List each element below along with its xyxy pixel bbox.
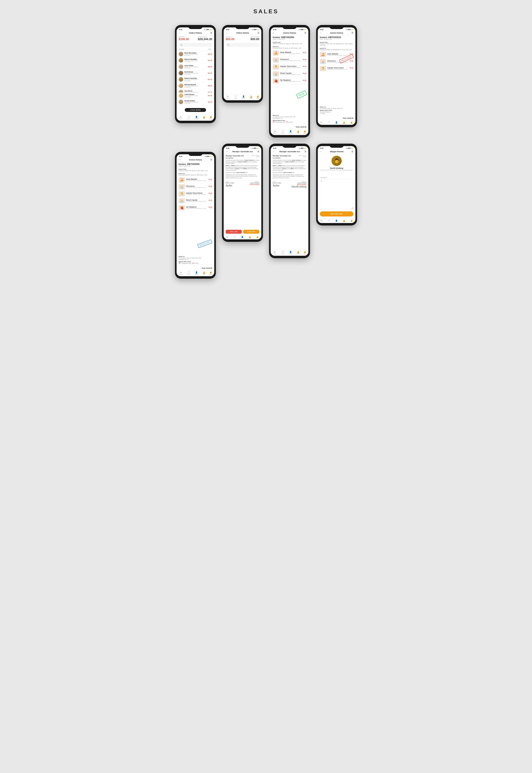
nav-notifications[interactable]: 🔔Notifs [297, 130, 299, 134]
add-review-button[interactable]: ADD REVIEW [320, 211, 353, 216]
confirm-button[interactable]: CONFIRM [243, 230, 259, 234]
star-5[interactable]: ☆ [341, 172, 343, 175]
nav-account[interactable]: 👤 [241, 236, 243, 238]
nav-invoice[interactable]: 📄 [233, 236, 236, 238]
nav-invoice[interactable]: 📄Invoice [234, 95, 237, 99]
search-bar[interactable]: 🔍 [179, 43, 212, 47]
to-label: Invoice To: [273, 46, 306, 47]
col-date: Date ↓ [208, 48, 212, 50]
menu-icon[interactable]: ☰ [210, 32, 212, 34]
nav-notifications[interactable]: 🔔 [343, 121, 345, 124]
menu-icon[interactable]: ☰ [352, 32, 353, 34]
food-image: 🍓 [179, 205, 185, 210]
order-item[interactable]: Roberto Gandolini Refund No 24RTU3G023 2… [177, 76, 214, 83]
back-button[interactable]: ← [320, 150, 322, 153]
nav-sales[interactable]: 💰 [350, 121, 353, 124]
nav-notifications[interactable]: 🔔Notifs [297, 251, 299, 255]
nav-products[interactable]: 🛍 [226, 236, 228, 238]
nav-invoice[interactable]: 📄Invoice [281, 251, 284, 255]
phone-notch [188, 152, 203, 156]
to-label: Invoice To: [179, 173, 212, 174]
nav-notifications[interactable]: 🔔 [249, 236, 251, 238]
nav-account[interactable]: 👤 [335, 220, 338, 222]
back-button[interactable]: ← [179, 159, 181, 161]
menu-icon[interactable]: ☰ [304, 32, 306, 34]
back-button[interactable]: ← [226, 32, 228, 34]
food-image: 🍮 [273, 64, 279, 70]
nav-account[interactable]: 👤Account [289, 251, 292, 255]
from-address: "Barbaras' Flower Store" 43, Maplethorpe… [320, 43, 353, 46]
comments-input[interactable]: I [320, 179, 353, 209]
phone-frame: 9:41 ▪▪▪ WiFi 🔋 ← Receipt / Surrender Ac… [222, 144, 263, 242]
nav-invoice[interactable]: 📄 [328, 121, 330, 124]
decline-button[interactable]: DECLINE [226, 230, 242, 234]
nav-products[interactable]: 🛍Products [273, 251, 277, 255]
nav-account[interactable]: 👤Account [195, 271, 198, 275]
order-item[interactable]: George Eristavi Invoice No 24RTU3G023 22… [177, 99, 214, 105]
food-image: 🍰 [179, 177, 185, 183]
nav-products[interactable]: 🛍Products [179, 116, 183, 119]
nav-sales[interactable]: 💰 [256, 236, 259, 238]
receipt-body-3: Pelentesque rutrum nibh vel neque facili… [226, 174, 259, 179]
bottom-nav: 🛍 📄 👤 🔔 💰 [318, 219, 355, 223]
nav-invoice[interactable]: 📄Invoice [187, 116, 190, 119]
star-rating[interactable]: ☆ ☆ ☆ ☆ ☆ [331, 172, 343, 175]
star-4[interactable]: ☆ [338, 172, 340, 175]
food-image: 🍮 [320, 66, 326, 71]
star-2[interactable]: ☆ [333, 172, 335, 175]
menu-icon[interactable]: ☰ [257, 150, 259, 153]
nav-products[interactable]: 🛍Products [273, 130, 277, 134]
nav-invoice[interactable]: 📄Invoice [187, 271, 190, 275]
search-bar[interactable]: 🔍 [226, 43, 259, 47]
nav-products[interactable]: 🛍Products [179, 271, 183, 275]
order-item[interactable]: Lolita Piachoti Invoice No 24RTU3G023 22… [177, 92, 214, 99]
nav-notifications[interactable]: 🔔 [343, 220, 345, 222]
back-button[interactable]: ← [320, 32, 322, 34]
order-item[interactable]: Laura Cliford Invoice No 30WT43G064 22.0… [177, 64, 214, 70]
nav-notifications[interactable]: 🔔Notifs [203, 271, 205, 275]
menu-icon[interactable]: ☰ [210, 159, 212, 161]
order-item[interactable]: Nika Baratashvili Invoice No 30WT43G064 … [177, 83, 214, 89]
nav-sales[interactable]: 💰Sales [304, 130, 306, 134]
balance-section: BALANCE $00.00 TOTAL EARNED $00.00 [224, 35, 261, 42]
nav-notifications[interactable]: 🔔Notifs [250, 95, 252, 99]
avatar [179, 77, 183, 82]
back-button[interactable]: ← [226, 150, 228, 153]
order-item[interactable]: Bruno Bernshtein Invoice No 30WT43G054 2… [177, 51, 214, 57]
nav-sales[interactable]: 💰 [350, 220, 353, 222]
menu-icon[interactable]: ☰ [352, 150, 353, 153]
order-item[interactable]: David Brown Invoice No 30WT43G023 22.04.… [177, 70, 214, 76]
nav-account[interactable]: 👤Account [289, 130, 292, 134]
back-button[interactable]: ← [179, 32, 181, 34]
screen-title: Shipper Review [330, 151, 344, 153]
back-button[interactable]: ← [273, 32, 275, 34]
nav-products[interactable]: 🛍 [320, 121, 322, 124]
nav-sales[interactable]: 💰Sales [257, 95, 259, 99]
load-more-button[interactable]: LOAD MORE [185, 108, 206, 112]
nav-account[interactable]: 👤Account [195, 116, 198, 119]
star-3[interactable]: ☆ [336, 172, 338, 175]
nav-invoice[interactable]: 📄Invoice [281, 130, 284, 134]
nav-products[interactable]: 🛍 [320, 220, 322, 222]
avatar [179, 71, 183, 75]
nav-sales[interactable]: 💰Sales [304, 251, 306, 255]
shipper-review-link[interactable]: Shipper's Review [292, 184, 306, 185]
order-item[interactable]: Roberto Gandolini Invoice No 30WT43G023 … [177, 57, 214, 64]
nav-sales[interactable]: 💰Sales [210, 116, 212, 119]
nav-account[interactable]: 👤Account [242, 95, 245, 99]
food-items-list: 🍰 Cache 'Marbella' Cras blandit consequa… [271, 50, 308, 114]
order-item[interactable]: Sara Berner Invoice No 30WT43G023 22.04.… [177, 89, 214, 92]
nav-notifications[interactable]: 🔔Notifs [203, 116, 205, 119]
menu-icon[interactable]: ☰ [257, 32, 259, 34]
back-button[interactable]: ← [273, 150, 275, 153]
star-1[interactable]: ☆ [331, 172, 333, 175]
shipper-review-link[interactable]: Shipper's Review [250, 184, 259, 185]
nav-invoice[interactable]: 📄 [328, 220, 330, 222]
balance-amount: $150.30 [179, 37, 189, 41]
menu-icon[interactable]: ☰ [304, 150, 306, 153]
invoice-to: Invoice To: Bruno Bernshtein 50, charter… [177, 172, 214, 177]
nav-sales[interactable]: 💰Sales [210, 271, 212, 275]
nav-products[interactable]: 🛍Products [226, 95, 230, 99]
nav-account[interactable]: 👤 [335, 121, 338, 124]
food-item: 🍮 Cupcake 'Choco-Cherry' Cras blandit co… [178, 190, 213, 197]
